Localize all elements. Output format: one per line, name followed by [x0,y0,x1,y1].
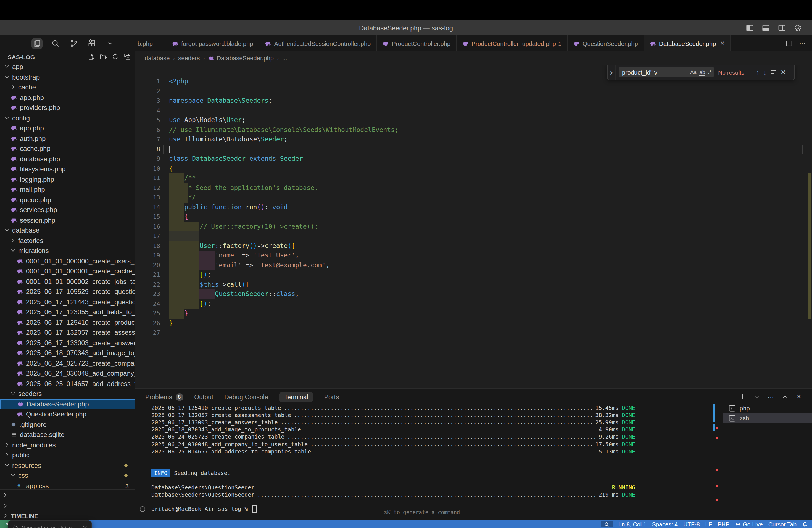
files-icon[interactable] [31,38,43,49]
code-line[interactable]: 21 ]); [135,270,812,280]
close-panel-icon[interactable]: ✕ [797,393,801,400]
tree-item-folder[interactable]: css [0,471,135,481]
code-line[interactable]: 18 User::factory()->create([ [135,241,812,251]
code-line[interactable]: 13 */ [135,193,812,202]
tree-item-file[interactable]: auth.php [0,133,135,144]
match-case-icon[interactable]: Aa [690,69,697,75]
tree-item-file[interactable]: database.php [0,154,135,164]
tree-item-file[interactable]: logging.php [0,174,135,185]
code-line[interactable]: 4 [135,106,812,115]
chevron-down-icon[interactable] [754,394,760,400]
sidebar-section[interactable] [0,489,135,500]
source-control-icon[interactable] [68,38,79,49]
sidebar-section-timeline[interactable]: TIMELINE [0,510,135,521]
tree-item-file[interactable]: .gitignore [0,420,135,430]
tab-b-php[interactable]: b.php [135,35,166,52]
encoding-status[interactable]: UTF-8 [683,521,700,527]
code-line[interactable]: 6// use Illuminate\Database\Console\Seed… [135,125,812,135]
tab-forgot-password-blade-php[interactable]: forgot-password.blade.php [166,35,259,52]
tab-databaseseeder-php[interactable]: DatabaseSeeder.php✕ [644,35,731,52]
new-folder-icon[interactable] [99,53,106,60]
tree-item-file[interactable]: mail.php [0,185,135,195]
tree-item-folder[interactable]: config [0,113,135,123]
eol-status[interactable]: LF [706,521,712,527]
go-live-status[interactable]: Go Live [735,521,763,527]
code-line[interactable]: 22 $this->call([ [135,280,812,289]
code-line[interactable]: 11 /** [135,173,812,183]
panel-tab-terminal[interactable]: Terminal [279,392,313,402]
search-icon[interactable] [50,38,61,49]
code-line[interactable]: 17 [135,231,812,241]
code-line[interactable]: 20 'email' => 'test@example.com', [135,260,812,270]
find-in-selection-icon[interactable] [771,69,777,75]
terminal-session-zsh[interactable]: zsh [723,413,812,423]
code-line[interactable]: 5use App\Models\User; [135,115,812,125]
tree-item-file[interactable]: 2025_06_17_133003_create_answers_... [0,338,135,348]
code-line[interactable]: 24 ]); [135,299,812,309]
tree-item-file[interactable]: filesystems.php [0,164,135,174]
collapse-all-icon[interactable] [124,53,131,60]
code-line[interactable]: 25 } [135,309,812,318]
code-line[interactable]: 9class DatabaseSeeder extends Seeder [135,154,812,164]
tree-item-file[interactable]: 0001_01_01_000001_create_cache_ta... [0,266,135,276]
tree-item-file[interactable]: DatabaseSeeder.php [0,399,135,409]
indent-status[interactable]: Spaces: 4 [652,521,678,527]
panel-tab-output[interactable]: Output [194,394,213,400]
code-line[interactable]: 3namespace Database\Seeders; [135,96,812,106]
tree-item-file[interactable]: 2025_06_17_123055_add_fields_to_u... [0,307,135,317]
tree-item-file[interactable]: 2025_06_17_105529_create_question... [0,287,135,297]
notification-close-icon[interactable]: ✕ [83,524,87,528]
tree-item-file[interactable]: app.php [0,92,135,103]
maximize-panel-icon[interactable] [782,393,789,400]
tree-item-file[interactable]: QuestionSeeder.php [0,409,135,420]
refresh-icon[interactable] [112,53,119,60]
breadcrumb-item[interactable]: DatabaseSeeder.php [208,55,274,61]
find-prev-icon[interactable]: ↑ [756,68,759,76]
tree-item-file[interactable]: 2025_06_17_132057_create_assessme... [0,327,135,338]
terminal[interactable]: 2025_06_17_125410_create_products_table … [140,404,635,515]
find-input[interactable]: product_id" v Aa ab .* [619,67,714,77]
tree-item-folder[interactable]: database [0,225,135,236]
tab-authenticatedsessioncontroller-php[interactable]: AuthenticatedSessionController.php [259,35,377,52]
code-line[interactable]: 27 [135,328,812,338]
code-line[interactable]: 2 [135,86,812,96]
tab-close-icon[interactable]: ✕ [720,40,725,47]
code-line[interactable]: 19 'name' => 'Test User', [135,251,812,260]
code-line[interactable]: 15 { [135,212,812,222]
new-terminal-icon[interactable] [739,393,746,400]
tree-item-folder[interactable]: migrations [0,246,135,256]
code-line[interactable]: 16 // User::factory(10)->create(); [135,222,812,231]
explorer-header[interactable]: SAS-LOG [0,52,135,62]
more-icon[interactable]: ··· [768,394,774,400]
file-tree[interactable]: appbootstrapcacheapp.phpproviders.phpcon… [0,62,135,493]
tree-item-folder[interactable]: seeders [0,389,135,399]
find-close-icon[interactable]: ✕ [781,68,786,76]
new-file-icon[interactable] [87,53,95,60]
whole-word-icon[interactable]: ab [699,69,705,75]
breadcrumb-item[interactable]: ... [282,55,287,61]
tree-item-folder[interactable]: resources [0,460,135,471]
tree-item-file[interactable]: 2025_06_24_030048_add_company_... [0,368,135,379]
tree-item-file[interactable]: session.php [0,215,135,225]
tab-productcontroller-updated-php[interactable]: ProductController_updated.php 1 [456,35,568,52]
cursor-tab-status[interactable]: Cursor Tab [768,521,797,527]
sidebar-section[interactable] [0,500,135,511]
find-next-icon[interactable]: ↓ [764,68,767,76]
chevron-down-icon[interactable] [104,38,115,49]
code-line[interactable]: 26} [135,318,812,328]
tree-item-file[interactable]: 2025_06_24_025723_create_compan... [0,358,135,368]
tree-item-file[interactable]: 2025_06_18_070343_add_image_to_... [0,348,135,358]
code-line[interactable]: 23 QuestionSeeder::class, [135,289,812,299]
tree-item-file[interactable]: services.php [0,205,135,215]
code-line[interactable]: 8 [135,144,812,154]
tree-item-file[interactable]: 2025_06_25_014657_add_address_to... [0,379,135,389]
tree-item-file[interactable]: queue.php [0,195,135,205]
tree-item-file[interactable]: 0001_01_01_000002_create_jobs_tab... [0,276,135,287]
tree-item-folder[interactable]: app [0,62,135,72]
more-actions-icon[interactable]: ··· [799,40,806,46]
tree-item-file[interactable]: providers.php [0,103,135,113]
panel-tab-ports[interactable]: Ports [324,394,339,400]
panel-tab-debug-console[interactable]: Debug Console [224,394,268,400]
code-line[interactable]: 10{ [135,164,812,173]
tree-item-file[interactable]: 0001_01_01_000000_create_users_ta... [0,256,135,266]
